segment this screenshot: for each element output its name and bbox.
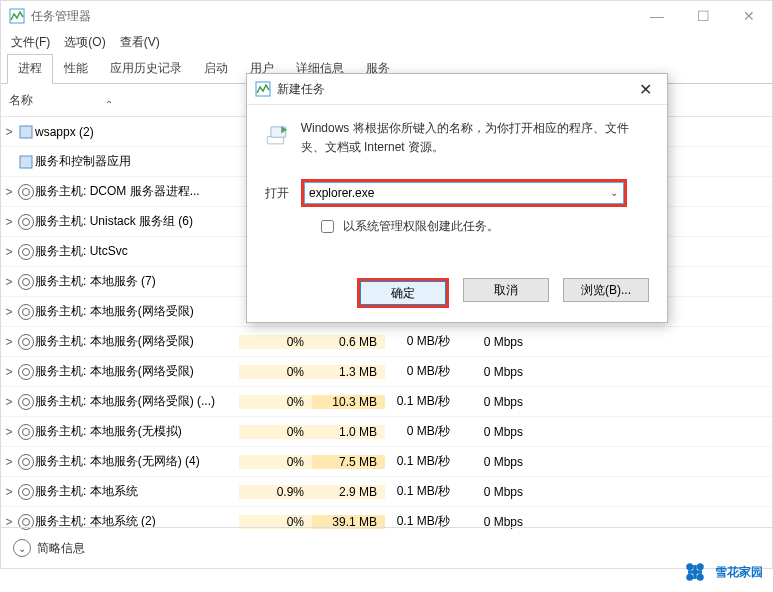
disk-cell: 0.1 MB/秒 xyxy=(385,453,458,470)
admin-label: 以系统管理权限创建此任务。 xyxy=(343,218,499,235)
tab-processes[interactable]: 进程 xyxy=(7,54,53,84)
minimize-button[interactable]: — xyxy=(634,1,680,31)
column-name[interactable]: 名称 ⌃ xyxy=(1,92,253,109)
memory-cell: 1.3 MB xyxy=(312,365,385,379)
process-icon xyxy=(17,394,35,410)
network-cell: 0 Mbps xyxy=(458,395,531,409)
svg-point-6 xyxy=(686,563,693,570)
expand-icon[interactable]: > xyxy=(1,245,17,259)
process-name: wsappx (2) xyxy=(35,125,239,139)
tab-app-history[interactable]: 应用历史记录 xyxy=(99,54,193,83)
app-icon xyxy=(9,8,25,24)
cpu-cell: 0% xyxy=(239,425,312,439)
expand-icon[interactable]: > xyxy=(1,215,17,229)
expand-icon[interactable]: > xyxy=(1,305,17,319)
menu-view[interactable]: 查看(V) xyxy=(114,32,166,53)
process-icon xyxy=(17,424,35,440)
process-name: 服务和控制器应用 xyxy=(35,153,239,170)
browse-button[interactable]: 浏览(B)... xyxy=(563,278,649,302)
network-cell: 0 Mbps xyxy=(458,455,531,469)
footer-label[interactable]: 简略信息 xyxy=(37,540,85,557)
watermark-brand: 雪花家园 xyxy=(715,564,763,581)
network-cell: 0 Mbps xyxy=(458,335,531,349)
dialog-close-button[interactable]: ✕ xyxy=(623,74,667,104)
process-row[interactable]: >服务主机: 本地服务(网络受限) (...)0%10.3 MB0.1 MB/秒… xyxy=(1,387,772,417)
watermark: 雪花家园 www.xhjsoft.com xyxy=(569,544,769,590)
menubar: 文件(F) 选项(O) 查看(V) xyxy=(1,31,772,53)
process-icon xyxy=(17,244,35,260)
process-name: 服务主机: 本地服务(网络受限) xyxy=(35,363,239,380)
memory-cell: 2.9 MB xyxy=(312,485,385,499)
process-row[interactable]: >服务主机: 本地服务(网络受限)0%1.3 MB0 MB/秒0 Mbps xyxy=(1,357,772,387)
tab-startup[interactable]: 启动 xyxy=(193,54,239,83)
window-title: 任务管理器 xyxy=(31,8,91,25)
dialog-description: Windows 将根据你所键入的名称，为你打开相应的程序、文件夹、文档或 Int… xyxy=(301,119,649,157)
cpu-cell: 0% xyxy=(239,455,312,469)
process-name: 服务主机: 本地服务(网络受限) xyxy=(35,333,239,350)
ok-button-highlight: 确定 xyxy=(357,278,449,308)
disk-cell: 0.1 MB/秒 xyxy=(385,483,458,500)
run-icon xyxy=(265,119,289,151)
dialog-title: 新建任务 xyxy=(277,81,325,98)
close-button[interactable]: ✕ xyxy=(726,1,772,31)
cancel-button[interactable]: 取消 xyxy=(463,278,549,302)
expand-icon[interactable]: > xyxy=(1,275,17,289)
expand-icon[interactable]: > xyxy=(1,425,17,439)
svg-point-9 xyxy=(697,574,704,581)
process-icon xyxy=(17,125,35,139)
titlebar[interactable]: 任务管理器 — ☐ ✕ xyxy=(1,1,772,31)
process-row[interactable]: >服务主机: 本地服务(无模拟)0%1.0 MB0 MB/秒0 Mbps xyxy=(1,417,772,447)
admin-checkbox[interactable] xyxy=(321,220,334,233)
expand-icon[interactable]: > xyxy=(1,455,17,469)
disk-cell: 0.1 MB/秒 xyxy=(385,393,458,410)
expand-icon[interactable]: > xyxy=(1,125,17,139)
expand-icon[interactable]: > xyxy=(1,185,17,199)
process-icon xyxy=(17,214,35,230)
sort-caret-icon: ⌃ xyxy=(105,99,113,110)
process-icon xyxy=(17,304,35,320)
maximize-button[interactable]: ☐ xyxy=(680,1,726,31)
network-cell: 0 Mbps xyxy=(458,425,531,439)
network-cell: 0 Mbps xyxy=(458,365,531,379)
menu-file[interactable]: 文件(F) xyxy=(5,32,56,53)
disk-cell: 0 MB/秒 xyxy=(385,423,458,440)
dialog-titlebar[interactable]: 新建任务 ✕ xyxy=(247,74,667,105)
process-name: 服务主机: DCOM 服务器进程... xyxy=(35,183,239,200)
process-name: 服务主机: 本地服务(无模拟) xyxy=(35,423,239,440)
cpu-cell: 0.9% xyxy=(239,485,312,499)
expand-icon[interactable]: > xyxy=(1,485,17,499)
process-icon xyxy=(17,364,35,380)
process-name: 服务主机: Unistack 服务组 (6) xyxy=(35,213,239,230)
svg-point-8 xyxy=(686,574,693,581)
open-input-highlight: ⌄ xyxy=(301,179,627,207)
process-name: 服务主机: 本地系统 xyxy=(35,483,239,500)
expand-icon[interactable]: > xyxy=(1,395,17,409)
process-row[interactable]: >服务主机: 本地服务(网络受限)0%0.6 MB0 MB/秒0 Mbps xyxy=(1,327,772,357)
svg-rect-2 xyxy=(20,156,32,168)
svg-rect-1 xyxy=(20,126,32,138)
menu-options[interactable]: 选项(O) xyxy=(58,32,111,53)
disk-cell: 0 MB/秒 xyxy=(385,363,458,380)
open-input[interactable] xyxy=(304,182,624,204)
process-icon xyxy=(17,274,35,290)
svg-point-7 xyxy=(697,563,704,570)
process-icon xyxy=(17,155,35,169)
process-row[interactable]: >服务主机: 本地系统0.9%2.9 MB0.1 MB/秒0 Mbps xyxy=(1,477,772,507)
process-icon xyxy=(17,334,35,350)
cpu-cell: 0% xyxy=(239,365,312,379)
process-name: 服务主机: 本地服务(无网络) (4) xyxy=(35,453,239,470)
expand-icon[interactable]: > xyxy=(1,335,17,349)
collapse-icon[interactable]: ⌄ xyxy=(13,539,31,557)
memory-cell: 0.6 MB xyxy=(312,335,385,349)
tab-performance[interactable]: 性能 xyxy=(53,54,99,83)
process-row[interactable]: >服务主机: 本地服务(无网络) (4)0%7.5 MB0.1 MB/秒0 Mb… xyxy=(1,447,772,477)
process-name: 服务主机: 本地服务 (7) xyxy=(35,273,239,290)
process-icon xyxy=(17,484,35,500)
ok-button[interactable]: 确定 xyxy=(360,281,446,305)
watermark-logo-icon xyxy=(681,558,709,586)
process-icon xyxy=(17,184,35,200)
cpu-cell: 0% xyxy=(239,395,312,409)
dialog-icon xyxy=(255,81,271,97)
memory-cell: 1.0 MB xyxy=(312,425,385,439)
expand-icon[interactable]: > xyxy=(1,365,17,379)
